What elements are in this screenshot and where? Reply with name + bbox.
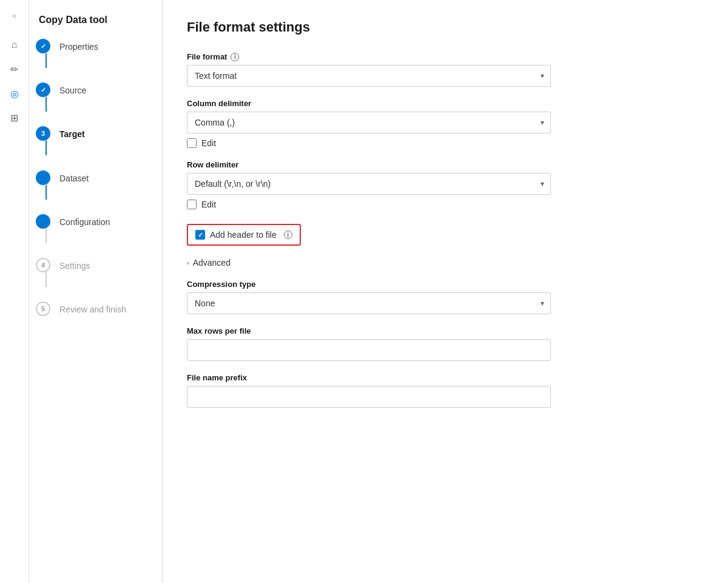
file-format-info-icon[interactable]: i [231, 53, 239, 61]
home-icon[interactable]: ⌂ [4, 34, 25, 56]
row-delimiter-label: Row delimiter [187, 160, 704, 169]
step-dataset[interactable]: Dataset [39, 169, 152, 213]
file-format-group: File format i Text format ▾ [187, 52, 704, 87]
advanced-chevron-icon: › [187, 259, 189, 266]
step-right-settings: Settings [53, 257, 90, 300]
main-content: File format settings File format i Text … [163, 0, 728, 583]
step-label-target: Target [59, 126, 85, 154]
step-circle-target: 3 [36, 126, 50, 141]
briefcase-icon[interactable]: ⊞ [4, 107, 25, 129]
icon-bar: « ⌂ ✏ ◎ ⊞ [0, 0, 29, 583]
file-name-prefix-group: File name prefix [187, 373, 704, 408]
advanced-toggle[interactable]: › Advanced [187, 258, 704, 268]
step-circle-source: ✓ [36, 83, 50, 97]
step-configuration[interactable]: Configuration [39, 213, 152, 257]
step-left-target: 3 [39, 125, 53, 155]
step-line-configuration [46, 229, 47, 243]
row-delimiter-select-wrapper: Default (\r,\n, or \r\n) ▾ [187, 173, 704, 195]
step-line-source [46, 97, 47, 112]
target-icon[interactable]: ◎ [4, 83, 25, 104]
step-left-properties: ✓ [39, 38, 53, 68]
compression-type-group: Compression type None ▾ [187, 280, 704, 314]
step-properties[interactable]: ✓ Properties [39, 38, 152, 81]
step-left-review: 5 [39, 300, 53, 316]
edit-icon[interactable]: ✏ [4, 58, 25, 80]
column-delimiter-select[interactable]: Comma (,) ▾ [187, 112, 551, 133]
step-label-review: Review and finish [59, 302, 126, 329]
step-circle-settings: 4 [36, 258, 50, 272]
step-circle-dataset [36, 170, 50, 185]
row-delimiter-edit-checkbox[interactable] [187, 200, 197, 209]
step-target[interactable]: 3 Target [39, 125, 152, 169]
step-left-settings: 4 [39, 257, 53, 287]
column-delimiter-edit-row: Edit [187, 138, 704, 148]
step-line-target [46, 141, 47, 155]
row-delimiter-edit-row: Edit [187, 200, 704, 209]
step-label-settings: Settings [59, 258, 90, 286]
step-right-target: Target [53, 125, 85, 169]
compression-type-select[interactable]: None ▾ [187, 292, 551, 314]
step-settings[interactable]: 4 Settings [39, 257, 152, 300]
column-delimiter-edit-label[interactable]: Edit [201, 138, 216, 148]
sidebar: Copy Data tool ✓ Properties ✓ Source [29, 0, 163, 583]
add-header-highlight-box: Add header to file i [187, 224, 301, 246]
step-line-properties [46, 53, 47, 68]
file-format-select-wrapper: Text format ▾ [187, 65, 704, 87]
step-left-source: ✓ [39, 81, 53, 112]
max-rows-input[interactable] [187, 339, 551, 361]
file-format-chevron-icon: ▾ [541, 72, 544, 80]
max-rows-label: Max rows per file [187, 326, 704, 335]
step-line-settings [46, 272, 47, 287]
steps-list: ✓ Properties ✓ Source 3 Target [29, 38, 162, 331]
compression-type-select-wrapper: None ▾ [187, 292, 704, 314]
step-right-dataset: Dataset [53, 169, 89, 213]
add-header-info-icon[interactable]: i [284, 231, 292, 239]
step-circle-configuration [36, 214, 50, 229]
step-right-properties: Properties [53, 38, 98, 81]
add-header-group: Add header to file i [187, 221, 704, 246]
step-left-configuration [39, 213, 53, 243]
step-circle-review: 5 [36, 302, 50, 316]
step-left-dataset [39, 169, 53, 200]
step-right-source: Source [53, 81, 86, 125]
step-review[interactable]: 5 Review and finish [39, 300, 152, 331]
row-delimiter-select[interactable]: Default (\r,\n, or \r\n) ▾ [187, 173, 551, 195]
step-circle-properties: ✓ [36, 39, 50, 53]
app-title: Copy Data tool [29, 10, 162, 38]
row-delimiter-group: Row delimiter Default (\r,\n, or \r\n) ▾… [187, 160, 704, 209]
max-rows-group: Max rows per file [187, 326, 704, 361]
collapse-button[interactable]: « [4, 5, 25, 27]
column-delimiter-label: Column delimiter [187, 99, 704, 108]
page-title: File format settings [187, 19, 704, 35]
add-header-checkbox[interactable] [195, 230, 205, 240]
step-source[interactable]: ✓ Source [39, 81, 152, 125]
step-line-dataset [46, 185, 47, 200]
step-label-dataset: Dataset [59, 170, 89, 198]
row-delimiter-chevron-icon: ▾ [541, 180, 544, 188]
file-name-prefix-input[interactable] [187, 386, 551, 408]
row-delimiter-edit-label[interactable]: Edit [201, 200, 216, 209]
file-format-label: File format i [187, 52, 704, 61]
column-delimiter-edit-checkbox[interactable] [187, 138, 197, 148]
add-header-label: Add header to file [210, 230, 277, 240]
file-format-select[interactable]: Text format ▾ [187, 65, 551, 87]
step-label-properties: Properties [59, 39, 98, 67]
file-name-prefix-label: File name prefix [187, 373, 704, 382]
compression-type-chevron-icon: ▾ [541, 299, 544, 308]
compression-type-label: Compression type [187, 280, 704, 289]
step-right-configuration: Configuration [53, 213, 110, 257]
step-label-source: Source [59, 83, 86, 110]
column-delimiter-select-wrapper: Comma (,) ▾ [187, 112, 704, 133]
step-label-configuration: Configuration [59, 214, 110, 242]
column-delimiter-chevron-icon: ▾ [541, 118, 544, 127]
column-delimiter-group: Column delimiter Comma (,) ▾ Edit [187, 99, 704, 148]
step-right-review: Review and finish [53, 300, 126, 329]
